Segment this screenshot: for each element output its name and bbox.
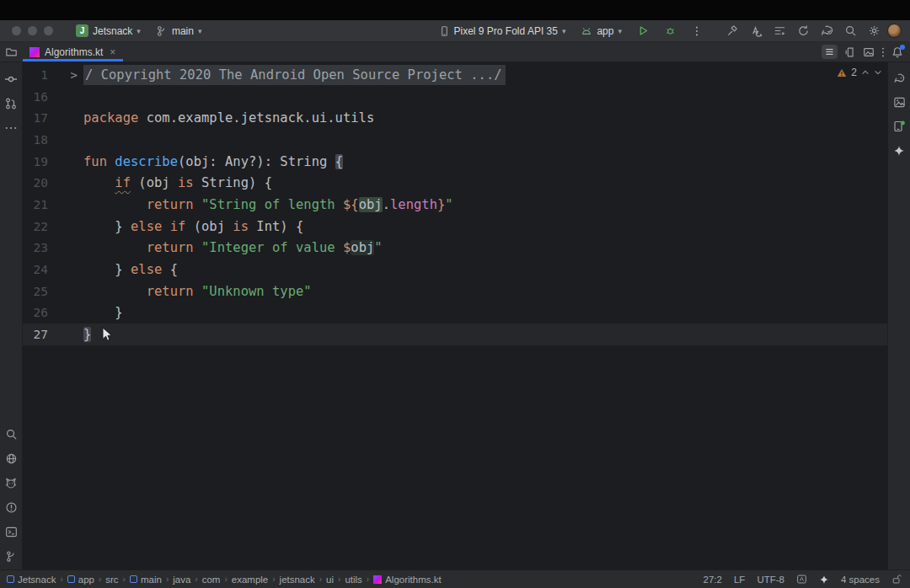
code-line-20[interactable]: 20 if (obj is String) {	[23, 172, 887, 194]
line-number[interactable]: 20	[23, 176, 48, 190]
search-everywhere-button[interactable]	[840, 23, 860, 40]
run-config-selector[interactable]: app ▾	[576, 24, 626, 39]
gradle-tool-button[interactable]	[891, 69, 907, 86]
device-preview-button[interactable]	[844, 46, 856, 58]
inspection-widget[interactable]: 2	[837, 67, 882, 78]
tab-algorithms-kt[interactable]: Algorithms.kt ×	[23, 42, 123, 61]
line-number[interactable]: 18	[23, 133, 48, 147]
code-line-19[interactable]: 19fun describe(obj: Any?): String {	[23, 151, 887, 173]
code-vision-icon[interactable]	[819, 575, 829, 585]
line-number[interactable]: 26	[23, 306, 48, 319]
code-text[interactable]: package com.example.jetsnack.ui.utils	[83, 110, 887, 126]
breadcrumb-item[interactable]: com	[202, 575, 221, 585]
code-line-16[interactable]: 16	[23, 86, 887, 108]
code-text[interactable]: / Copyright 2020 The Android Open Source…	[83, 67, 887, 83]
file-encoding[interactable]: UTF-8	[757, 575, 784, 585]
code-text[interactable]: } else if (obj is Int) {	[83, 219, 887, 234]
code-line-26[interactable]: 26 }	[23, 302, 887, 324]
tab-options-menu[interactable]	[881, 46, 885, 58]
line-number[interactable]: 24	[23, 263, 48, 276]
code-text[interactable]: return "String of length ${obj.length}"	[83, 197, 887, 212]
breadcrumb-item[interactable]: ui	[326, 575, 334, 585]
pull-requests-tool-button[interactable]	[3, 95, 19, 112]
gemini-tool-button[interactable]	[891, 142, 907, 159]
line-number[interactable]: 16	[23, 90, 48, 104]
breadcrumb-item[interactable]: app	[67, 575, 94, 585]
code-line-24[interactable]: 24 } else {	[23, 259, 887, 281]
line-number[interactable]: 22	[23, 220, 48, 233]
running-devices-tool-button[interactable]	[891, 118, 907, 135]
project-selector[interactable]: J Jetsnack ▾	[72, 23, 145, 39]
line-number[interactable]: 21	[23, 198, 48, 211]
code-line-25[interactable]: 25 return "Unknown type"	[23, 281, 887, 302]
chevron-down-icon[interactable]	[874, 69, 882, 76]
code-line-1[interactable]: 1>/ Copyright 2020 The Android Open Sour…	[23, 64, 887, 86]
code-text[interactable]: fun describe(obj: Any?): String {	[83, 154, 887, 169]
project-tool-button[interactable]	[0, 42, 23, 61]
code-editor[interactable]: 1>/ Copyright 2020 The Android Open Sour…	[23, 62, 887, 569]
code-line-17[interactable]: 17package com.example.jetsnack.ui.utils	[23, 107, 887, 129]
device-explorer-tool-button[interactable]	[3, 450, 19, 467]
line-number[interactable]: 27	[23, 328, 48, 341]
line-number[interactable]: 23	[23, 241, 48, 254]
device-selector[interactable]: Pixel 9 Pro Fold API 35 ▾	[435, 24, 570, 39]
logcat-tool-button[interactable]	[3, 474, 19, 491]
resource-manager-tool-button[interactable]	[891, 94, 907, 110]
breadcrumb-item[interactable]: jetsnack	[280, 575, 315, 585]
terminal-tool-button[interactable]	[3, 523, 19, 540]
more-tool-windows-button[interactable]	[3, 120, 19, 136]
notifications-button[interactable]	[891, 46, 903, 58]
code-text[interactable]: return "Unknown type"	[83, 284, 887, 299]
screenshot-button[interactable]	[863, 46, 875, 58]
code-line-23[interactable]: 23 return "Integer of value $obj"	[23, 238, 887, 259]
line-number[interactable]: 25	[23, 285, 48, 298]
gradle-sync-button[interactable]	[816, 23, 837, 40]
code-search-button[interactable]	[746, 23, 766, 40]
code-text[interactable]: if (obj is String) {	[83, 175, 887, 190]
minimize-window-button[interactable]	[28, 26, 37, 35]
run-more-menu[interactable]	[687, 23, 707, 40]
top-strip	[0, 0, 910, 20]
code-text[interactable]: } else {	[83, 262, 887, 277]
caret-position[interactable]: 27:2	[704, 575, 722, 585]
editor-layout-button[interactable]	[822, 45, 838, 59]
breadcrumb-item[interactable]: Algorithms.kt	[373, 575, 441, 585]
running-devices-button[interactable]	[769, 23, 790, 40]
user-avatar[interactable]	[887, 24, 902, 38]
indent-setting[interactable]: 4 spaces	[841, 575, 880, 585]
code-text[interactable]: }	[83, 327, 887, 342]
code-text[interactable]: }	[83, 305, 887, 320]
sync-project-button[interactable]	[793, 23, 813, 40]
vcs-branch-selector[interactable]: main ▾	[152, 24, 206, 39]
line-number[interactable]: 1	[23, 68, 48, 82]
line-number[interactable]: 19	[23, 155, 48, 168]
tab-close-icon[interactable]: ×	[110, 47, 115, 57]
problems-tool-button[interactable]	[3, 499, 19, 516]
code-line-18[interactable]: 18	[23, 129, 887, 151]
run-button[interactable]	[633, 23, 653, 40]
unlocked-icon[interactable]	[891, 574, 902, 585]
breadcrumb-item[interactable]: main	[130, 575, 162, 585]
fold-chevron-icon[interactable]: >	[48, 68, 83, 82]
line-ending[interactable]: LF	[734, 575, 745, 585]
code-line-21[interactable]: 21 return "String of length ${obj.length…	[23, 194, 887, 216]
breadcrumb-item[interactable]: Jetsnack	[7, 575, 56, 585]
settings-button[interactable]	[864, 23, 884, 40]
close-window-button[interactable]	[12, 26, 21, 35]
code-line-22[interactable]: 22 } else if (obj is Int) {	[23, 216, 887, 238]
breadcrumb-item[interactable]: java	[173, 575, 190, 585]
highlight-level-icon[interactable]	[796, 574, 807, 585]
code-text[interactable]: return "Integer of value $obj"	[83, 240, 887, 255]
chevron-up-icon[interactable]	[861, 69, 870, 76]
build-button[interactable]	[722, 23, 742, 40]
version-control-tool-button[interactable]	[3, 548, 19, 564]
breadcrumb-item[interactable]: example	[232, 575, 268, 585]
zoom-window-button[interactable]	[44, 26, 53, 35]
code-line-27[interactable]: 27}	[23, 323, 887, 345]
breadcrumb-item[interactable]: utils	[345, 575, 361, 585]
debug-button[interactable]	[660, 23, 680, 40]
commit-tool-button[interactable]	[3, 71, 19, 88]
breadcrumb-item[interactable]: src	[105, 575, 118, 585]
line-number[interactable]: 17	[23, 111, 48, 125]
find-tool-button[interactable]	[3, 425, 19, 442]
